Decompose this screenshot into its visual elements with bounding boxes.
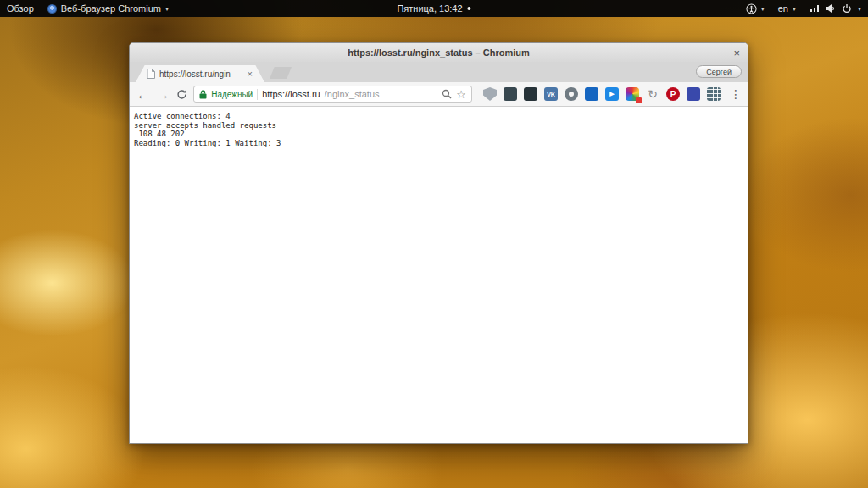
nginx-status-text: Active connections: 4 server accepts han… [134, 112, 748, 147]
window-titlebar[interactable]: https://losst.ru/nginx_status – Chromium… [130, 43, 748, 62]
window-close-button[interactable]: × [733, 47, 740, 58]
network-icon [810, 3, 820, 14]
clock-button[interactable]: Пятница, 13:42 [397, 0, 470, 17]
grid-extension-icon[interactable] [707, 87, 721, 101]
tab-title: https://losst.ru/ngin [159, 69, 243, 79]
extensions-area: VK▶↻P [483, 87, 721, 101]
sync-extension-icon[interactable]: ↻ [646, 87, 659, 101]
pinterest-extension-icon[interactable]: P [666, 87, 680, 101]
secure-lock-icon [199, 90, 207, 99]
colorful-extension-icon[interactable] [626, 87, 639, 101]
dark-square-extension-icon[interactable] [524, 87, 537, 101]
back-button[interactable]: ← [136, 88, 150, 101]
url-path: /nginx_status [325, 89, 380, 99]
magnifier-icon[interactable] [442, 89, 452, 99]
chevron-down-icon: ▾ [858, 5, 861, 13]
blue-extension-icon[interactable] [585, 87, 598, 101]
topbar-left: Обзор Веб-браузер Chromium ▾ [7, 0, 169, 17]
chevron-down-icon: ▾ [165, 5, 169, 13]
colorful-extension-icon-badge [636, 97, 642, 103]
chevron-down-icon: ▾ [793, 5, 796, 13]
gnome-top-bar: Обзор Веб-браузер Chromium ▾ Пятница, 13… [0, 0, 868, 17]
browser-toolbar: ← → Надежный https://losst.ru /nginx_sta… [130, 82, 748, 107]
reload-button[interactable] [176, 89, 187, 100]
vk-extension-icon[interactable]: VK [544, 87, 558, 101]
window-title: https://losst.ru/nginx_status – Chromium [348, 47, 530, 58]
browser-tab[interactable]: https://losst.ru/ngin × [136, 65, 264, 82]
address-bar[interactable]: Надежный https://losst.ru /nginx_status … [193, 86, 472, 103]
secure-label[interactable]: Надежный [211, 90, 253, 99]
translate-extension-icon[interactable]: ▶ [605, 87, 619, 101]
app-menu-button[interactable]: Веб-браузер Chromium ▾ [47, 0, 169, 17]
power-icon [842, 3, 852, 14]
forward-button[interactable]: → [156, 88, 170, 101]
bookmark-star-icon[interactable]: ☆ [456, 89, 466, 100]
dark-extension-icon[interactable] [504, 87, 517, 101]
tab-strip: https://losst.ru/ngin × Сергей [130, 62, 748, 82]
keyboard-layout-label: en [778, 3, 788, 14]
shield-extension-icon[interactable] [483, 87, 497, 101]
app-menu-label: Веб-браузер Chromium [61, 3, 161, 14]
accessibility-icon [746, 3, 757, 14]
activities-label: Обзор [7, 3, 34, 14]
topbar-right: ▾ en ▾ ▾ [746, 0, 861, 17]
system-menu-button[interactable]: ▾ [810, 0, 861, 17]
indigo-extension-icon[interactable] [687, 87, 700, 101]
volume-icon [826, 3, 836, 14]
activities-button[interactable]: Обзор [7, 0, 34, 17]
chevron-down-icon: ▾ [761, 5, 765, 13]
page-content: Active connections: 4 server accepts han… [130, 107, 748, 443]
gear-extension-icon[interactable] [565, 87, 578, 101]
reload-icon [176, 89, 187, 100]
page-favicon-icon [147, 69, 155, 79]
profile-button[interactable]: Сергей [696, 65, 742, 78]
chromium-app-icon [47, 4, 57, 14]
notification-dot-icon [468, 7, 471, 10]
url-host: https://losst.ru [262, 89, 320, 99]
new-tab-button[interactable] [270, 67, 292, 79]
browser-window: https://losst.ru/nginx_status – Chromium… [129, 42, 748, 444]
accessibility-menu-button[interactable]: ▾ [746, 0, 765, 17]
clock-label: Пятница, 13:42 [397, 3, 462, 14]
tab-close-button[interactable]: × [248, 69, 253, 79]
keyboard-layout-button[interactable]: en ▾ [778, 0, 796, 17]
browser-menu-button[interactable]: ⋮ [730, 88, 742, 100]
omnibox-divider [257, 89, 258, 100]
